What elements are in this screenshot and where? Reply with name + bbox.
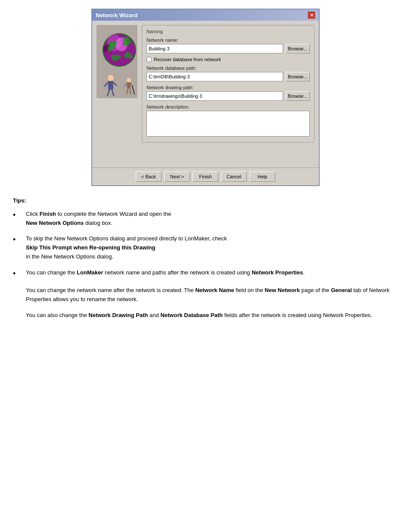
back-button[interactable]: < Back: [136, 171, 162, 182]
bullet-1: •: [13, 210, 22, 221]
db-path-input[interactable]: [146, 72, 283, 81]
recover-checkbox-row: Recover database from network: [146, 57, 310, 62]
browse-db-button[interactable]: Browse...: [286, 72, 310, 81]
finish-button[interactable]: Finish: [193, 171, 218, 182]
dialog-spacer: [92, 150, 319, 168]
svg-point-10: [127, 78, 131, 82]
tip3-lonmaker-keyword: LonMaker: [77, 269, 103, 276]
dialog-titlebar: Network Wizard ✕: [92, 9, 319, 21]
tip1-finish-keyword: Finish: [40, 211, 56, 217]
tip3-netprops-keyword: Network Properties: [252, 269, 303, 276]
drawing-path-input[interactable]: [146, 91, 283, 101]
svg-rect-5: [108, 81, 113, 90]
browse-name-button[interactable]: Browse...: [286, 44, 310, 53]
svg-line-16: [132, 86, 134, 94]
recover-checkbox[interactable]: [146, 57, 152, 62]
cancel-button[interactable]: Cancel: [221, 171, 247, 182]
browse-drawing-button[interactable]: Browse...: [286, 91, 310, 101]
dialog-close-button[interactable]: ✕: [308, 11, 315, 19]
recover-label: Recover database from network: [154, 57, 221, 62]
tip-item-1: • Click Finish to complete the Network W…: [13, 210, 392, 228]
next-button[interactable]: Next >: [164, 171, 190, 182]
bullet-2: •: [13, 234, 22, 245]
db-path-row: Browse...: [146, 72, 310, 81]
tip2-skip-keyword: Skip This Prompt when Re-opening this Dr…: [26, 244, 155, 251]
svg-line-14: [127, 88, 128, 94]
tip-item-2: • To skip the New Network Options dialog…: [13, 234, 392, 261]
dialog-wrapper: Network Wizard ✕: [9, 9, 402, 186]
db-path-keyword: Network Database Path: [160, 312, 223, 318]
extra-paragraph-1: You can change the network name after th…: [26, 286, 392, 304]
network-wizard-dialog: Network Wizard ✕: [91, 9, 320, 186]
dialog-footer: < Back Next > Finish Cancel Help: [92, 168, 319, 185]
naming-group: Naming Network name: Browse... Recover d…: [142, 25, 314, 143]
drawing-path-label: Network drawing path:: [146, 85, 310, 90]
network-name-keyword: Network Name: [195, 287, 234, 293]
svg-line-9: [112, 90, 114, 96]
svg-line-8: [107, 90, 109, 96]
svg-line-15: [130, 88, 131, 94]
extra-paragraph-2: You can also change the Network Drawing …: [26, 311, 392, 320]
naming-group-title: Naming: [146, 29, 310, 34]
new-network-keyword: New Network: [265, 287, 300, 293]
svg-line-12: [125, 83, 127, 87]
dialog-illustration: [97, 25, 137, 98]
dialog-title: Network Wizard: [96, 12, 137, 19]
db-path-label: Network database path:: [146, 65, 310, 71]
description-textarea[interactable]: [146, 111, 310, 137]
tips-section: Tips: • Click Finish to complete the Net…: [9, 196, 396, 320]
dialog-content: Naming Network name: Browse... Recover d…: [142, 25, 314, 146]
svg-line-7: [113, 82, 117, 86]
tip-text-2: To skip the New Network Options dialog a…: [26, 234, 392, 261]
general-keyword: General: [331, 287, 352, 293]
tip1-nno-keyword: New Network Options: [26, 220, 84, 226]
drawing-path-row: Browse...: [146, 91, 310, 101]
svg-rect-11: [127, 82, 131, 88]
bullet-3: •: [13, 268, 22, 279]
svg-point-4: [108, 75, 114, 81]
dialog-body: Naming Network name: Browse... Recover d…: [92, 21, 319, 150]
description-label: Network description:: [146, 104, 310, 109]
tip-item-3: • You can change the LonMaker network na…: [13, 268, 392, 279]
drawing-path-keyword: Network Drawing Path: [89, 312, 148, 318]
network-name-label: Network name:: [146, 37, 310, 43]
tips-title: Tips:: [13, 196, 392, 205]
network-name-input[interactable]: [146, 44, 283, 53]
tip-text-3: You can change the LonMaker network name…: [26, 268, 392, 277]
tip-text-1: Click Finish to complete the Network Wiz…: [26, 210, 392, 228]
help-button[interactable]: Help: [249, 171, 275, 182]
svg-line-6: [104, 82, 108, 87]
network-name-row: Browse...: [146, 44, 310, 53]
